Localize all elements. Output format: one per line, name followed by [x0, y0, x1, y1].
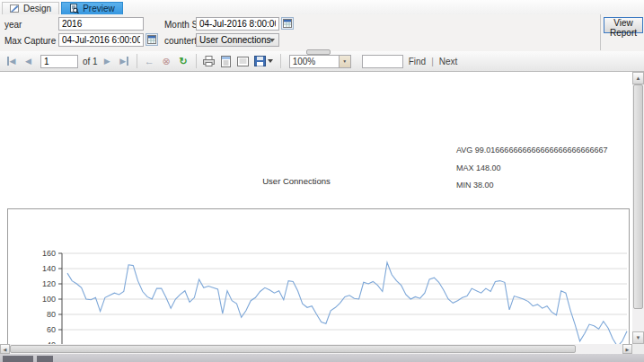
scroll-down-icon: ▼ [636, 335, 641, 340]
year-input[interactable] [58, 17, 144, 31]
last-page-button[interactable]: ▶ [117, 54, 132, 69]
chevron-down-icon: ▼ [342, 58, 347, 64]
chart-title: User Connections [229, 176, 364, 186]
zoom-level-value: 100% [293, 57, 316, 66]
find-text-input[interactable] [362, 55, 403, 68]
scroll-down-button[interactable]: ▼ [632, 331, 644, 344]
report-preview-window: { "tabs": { "design": "Design", "preview… [0, 0, 644, 362]
parameters-panel: year Month Start Max Capture Date counte… [0, 14, 644, 52]
toolbar-separator [280, 54, 281, 68]
scroll-left-icon: ◀ [4, 347, 7, 352]
scroll-right-button[interactable]: ▶ [622, 344, 632, 354]
zoom-dropdown-button[interactable]: ▼ [340, 55, 351, 68]
tab-preview[interactable]: Preview [61, 2, 123, 14]
export-dropdown-arrow-icon [268, 59, 273, 63]
max-capture-date-input[interactable] [58, 33, 144, 47]
find-next-separator: | [431, 57, 434, 66]
print-layout-icon [221, 56, 231, 67]
zoom-control: 100% ▼ [289, 55, 351, 68]
refresh-button[interactable]: ↻ [176, 54, 191, 69]
tab-design[interactable]: Design [2, 2, 59, 14]
vertical-scrollbar-thumb[interactable] [633, 84, 643, 309]
next-page-button[interactable]: ▶ [100, 54, 115, 69]
calendar-icon [283, 19, 292, 28]
min-value-textbox: MIN 38.00 [456, 181, 494, 190]
page-setup-button[interactable] [235, 54, 251, 69]
toolbar-separator [137, 54, 137, 68]
print-layout-button[interactable] [218, 54, 234, 69]
scrollbar-corner [632, 344, 644, 354]
refresh-icon: ↻ [180, 56, 188, 67]
page-count-label: of 1 [83, 57, 98, 66]
scroll-left-button[interactable]: ◀ [0, 344, 10, 354]
find-link[interactable]: Find [409, 57, 426, 66]
month-start-calendar-button[interactable] [281, 17, 294, 30]
svg-text:80: 80 [47, 310, 56, 319]
clipped-status-strip [0, 354, 644, 362]
statusbar-clipped-text [3, 356, 33, 362]
scroll-right-icon: ▶ [626, 347, 630, 352]
avg-value-textbox: AVG 99.016666666666666666666666667 [456, 146, 608, 155]
chevron-down-icon [269, 39, 275, 42]
line-chart-canvas: 0204060801001201401608:45 AM9:35 AM10:25… [8, 209, 629, 344]
view-report-button[interactable]: View Report [604, 17, 643, 33]
line-chart: 0204060801001201401608:45 AM9:35 AM10:25… [7, 208, 630, 344]
stop-icon: ⊗ [163, 56, 171, 67]
first-page-button[interactable]: ◀ [4, 54, 19, 69]
stop-button[interactable]: ⊗ [159, 54, 174, 69]
zoom-level-box[interactable]: 100% [289, 55, 340, 68]
scroll-up-icon: ▲ [636, 75, 641, 81]
year-label: year [4, 20, 22, 30]
previous-page-button[interactable]: ◀ [21, 54, 36, 69]
save-export-icon [254, 56, 266, 66]
design-tab-icon [10, 4, 20, 13]
report-page: AVG 99.016666666666666666666666667 MAX 1… [0, 72, 632, 344]
horizontal-scrollbar-thumb[interactable] [10, 345, 576, 353]
current-page-input[interactable] [40, 55, 78, 68]
document-tab-bar: Design Preview [0, 0, 644, 14]
statusbar-clipped-text [37, 356, 53, 362]
page-setup-icon [237, 57, 249, 66]
first-page-icon: ◀ [7, 57, 16, 66]
month-start-input[interactable] [196, 17, 279, 31]
printer-icon [203, 56, 215, 66]
preview-tab-icon [69, 4, 79, 13]
next-link[interactable]: Next [439, 57, 458, 66]
calendar-icon [147, 35, 156, 44]
max-capture-calendar-button[interactable] [146, 33, 158, 46]
print-button[interactable] [201, 54, 216, 69]
next-page-icon: ▶ [104, 57, 110, 66]
max-value-textbox: MAX 148.00 [456, 163, 501, 172]
previous-page-icon: ◀ [25, 57, 31, 66]
svg-text:100: 100 [42, 295, 56, 304]
countertype-selected-value: User Connections [199, 35, 270, 45]
toolbar-separator [196, 54, 197, 68]
svg-text:160: 160 [42, 249, 56, 258]
horizontal-scrollbar[interactable]: ◀ ▶ [0, 344, 632, 354]
parameter-panel-collapse-handle[interactable] [306, 49, 331, 55]
svg-text:120: 120 [42, 279, 56, 288]
svg-text:60: 60 [47, 325, 56, 334]
back-arrow-icon: ← [145, 56, 154, 66]
export-button[interactable] [252, 54, 276, 69]
scroll-up-button[interactable]: ▲ [632, 72, 644, 84]
vertical-scrollbar[interactable]: ▲ ▼ [632, 72, 644, 344]
back-button[interactable]: ← [142, 54, 157, 69]
parameter-panel-divider [600, 14, 601, 50]
tab-preview-label: Preview [83, 4, 115, 13]
countertype-dropdown[interactable]: User Connections [196, 33, 279, 47]
svg-text:140: 140 [42, 264, 56, 273]
last-page-icon: ▶ [119, 57, 128, 66]
tab-design-label: Design [23, 4, 51, 13]
